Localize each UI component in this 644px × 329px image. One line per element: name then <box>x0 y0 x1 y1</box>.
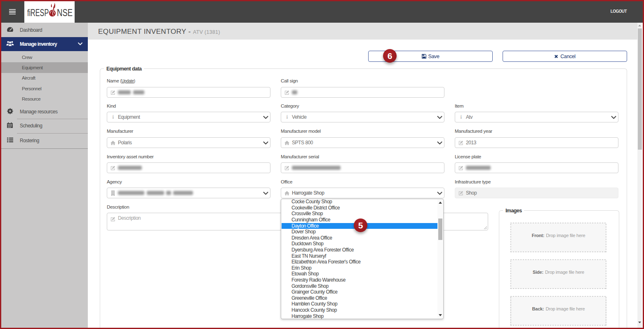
svg-text:NSE: NSE <box>57 7 73 18</box>
svg-text:fiRESP: fiRESP <box>27 7 49 18</box>
